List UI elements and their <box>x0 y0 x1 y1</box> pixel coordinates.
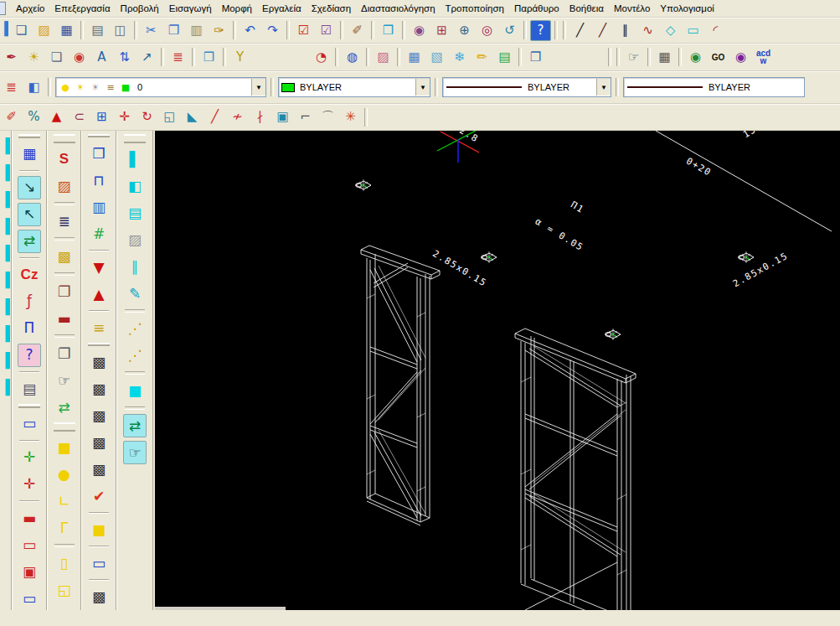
break-button[interactable]: ≁ <box>227 106 248 127</box>
triangle-up-button[interactable]: ▲ <box>87 282 111 306</box>
copy-pages-button[interactable]: ❐ <box>53 342 76 365</box>
menu-item-εργαλεία[interactable]: Εργαλεία <box>257 2 307 15</box>
mesh-fence-button[interactable]: ▦ <box>654 47 675 68</box>
mesh-box-edit-button[interactable]: ▩ <box>87 377 111 401</box>
tie-cross-dashed-button[interactable]: ✛ <box>18 473 41 496</box>
menu-item-παράθυρο[interactable]: Παράθυρο <box>509 2 564 15</box>
filter-button[interactable]: Y <box>229 47 250 68</box>
square-yellow-button[interactable]: ■ <box>87 518 111 541</box>
plate-l-shape-button[interactable]: ∟ <box>53 489 76 513</box>
paste-button[interactable]: ▥ <box>186 20 207 41</box>
layer-stack-button[interactable]: ≣ <box>167 47 188 68</box>
table-3d-button[interactable]: ⊓ <box>87 168 111 192</box>
toolbar-grab-handle[interactable] <box>124 134 146 143</box>
sphere-world-button[interactable]: ◍ <box>342 47 363 68</box>
draw-multiline-button[interactable]: ∥ <box>615 20 636 41</box>
rotate-button[interactable]: ↻ <box>137 106 157 127</box>
new-file-button[interactable]: ❏ <box>11 20 32 41</box>
clipped-icon-9-button[interactable]: ▐ <box>0 349 11 372</box>
node-frame-button[interactable]: # <box>87 222 111 246</box>
draw-xline-button[interactable]: ╱ <box>592 20 613 41</box>
zoom-realtime-button[interactable]: ◉ <box>409 20 430 41</box>
shelf-library-button[interactable]: ≣ <box>53 210 76 233</box>
layer-combobox[interactable]: ●☀☀≡■ 0 ▼ <box>55 77 266 97</box>
toolbar-grab-handle[interactable] <box>18 134 40 138</box>
plate-l-arc-button[interactable]: Γ <box>53 516 76 540</box>
print-button[interactable]: ▤ <box>87 20 108 41</box>
grid-numbers-button[interactable]: ▦ <box>18 142 41 166</box>
zoom-object-button[interactable]: ◎ <box>477 20 497 41</box>
format-painter-button[interactable]: ✑ <box>209 20 229 41</box>
cyan-hand-button[interactable]: ☞ <box>123 441 147 464</box>
hand-pointer-button[interactable]: ☞ <box>53 369 76 392</box>
lineweight-combobox[interactable]: BYLAYER <box>623 77 805 97</box>
text-style-button[interactable]: A <box>91 47 112 68</box>
box-checkmark-button[interactable]: ✔ <box>87 484 111 508</box>
lighting-settings-button[interactable]: ☀ <box>23 47 44 68</box>
menu-item-διαστασιολόγηση[interactable]: Διαστασιολόγηση <box>356 2 440 15</box>
color-dropdown-arrow[interactable]: ▼ <box>415 79 430 96</box>
beam-top-dash-button[interactable]: ▭ <box>18 587 41 610</box>
linetype-dropdown-arrow[interactable]: ▼ <box>596 79 611 96</box>
beam-dashed-button[interactable]: ▭ <box>18 533 41 556</box>
layer-on-bulb-button[interactable]: ● <box>59 80 72 95</box>
clipboard-paste-button[interactable]: ❐ <box>525 47 546 68</box>
beam-small-button[interactable]: ▭ <box>87 551 111 575</box>
help-button[interactable]: ? <box>530 20 551 41</box>
box-import-button[interactable]: ↘ <box>18 176 41 199</box>
clipped-icon-6-button[interactable]: ▐ <box>0 268 11 292</box>
beam-solid-button[interactable]: ▬ <box>18 506 41 530</box>
mesh-box-flag-button[interactable]: ▩ <box>87 431 111 454</box>
pi-frame-button[interactable]: Π <box>18 317 41 340</box>
menu-item-αρχείο[interactable]: Αρχείο <box>11 2 49 15</box>
mirror-button[interactable]: ▲ <box>46 106 67 127</box>
chamfer-button[interactable]: ⌐ <box>295 106 316 127</box>
plate-circle-button[interactable]: ● <box>53 463 76 486</box>
report-document-button[interactable]: ▤ <box>494 47 515 68</box>
draw-order-button[interactable]: ⇅ <box>114 47 135 68</box>
layer-dropdown-arrow[interactable]: ▼ <box>251 79 265 96</box>
polygon-nodes-button[interactable]: ◱ <box>53 578 76 602</box>
color-combobox[interactable]: BYLAYER ▼ <box>278 77 430 97</box>
clipped-icon-7-button[interactable]: ▐ <box>0 295 11 318</box>
mesh-box-refresh-button[interactable]: ▩ <box>87 458 111 481</box>
columns-pair-button[interactable]: ∥ <box>123 255 147 278</box>
s-document-button[interactable]: S <box>53 147 76 171</box>
machine-red-button[interactable]: ▬ <box>53 307 76 330</box>
copy-button[interactable]: ❐ <box>163 20 184 41</box>
fx-function-button[interactable]: ƒ <box>18 290 41 313</box>
zoom-model-window-button[interactable]: ◉ <box>730 47 751 68</box>
stretch-button[interactable]: ◣ <box>182 106 203 127</box>
cut-button[interactable]: ✂ <box>141 20 162 41</box>
layer-color-chip-button[interactable]: ■ <box>119 80 132 95</box>
draw-rectangle-button[interactable]: ▭ <box>683 20 703 41</box>
draw-polyline-button[interactable]: ∿ <box>637 20 658 41</box>
paper-stack-button[interactable]: ≡ <box>87 316 111 339</box>
toolbar-grab-handle[interactable] <box>54 422 75 432</box>
offset-button[interactable]: ⊂ <box>69 106 90 127</box>
triangle-down-button[interactable]: ▼ <box>87 256 111 279</box>
freeze-snowflake-button[interactable]: ❄ <box>449 47 470 68</box>
move-button[interactable]: ✛ <box>114 106 135 127</box>
menu-item-σχεδίαση[interactable]: Σχεδίαση <box>307 2 356 15</box>
mesh-box-new-button[interactable]: ▩ <box>87 350 111 374</box>
clipped-icon-3-button[interactable]: ▐ <box>0 188 11 211</box>
clipped-icon-5-button[interactable]: ▐ <box>0 241 11 265</box>
beam-center-dot-button[interactable]: ▣ <box>18 560 41 583</box>
zoom-previous-button[interactable]: ↺ <box>499 20 520 41</box>
clipped-icon-4-button[interactable]: ▐ <box>0 215 11 238</box>
wall-red-corner-button[interactable]: ◧ <box>123 174 147 198</box>
layer-previous-button[interactable]: ◧ <box>23 77 44 98</box>
beam-section-button[interactable]: ▭ <box>18 412 41 436</box>
layers-manager-button[interactable]: ≣ <box>1 77 22 98</box>
toolbar-grab-handle[interactable] <box>54 134 75 143</box>
properties-paint-button[interactable]: ✒ <box>1 47 22 68</box>
draw-polygon-button[interactable]: ◇ <box>660 20 681 41</box>
cz-command-button[interactable]: Cz <box>18 263 41 287</box>
menu-item-βοήθεια[interactable]: Βοήθεια <box>564 2 609 15</box>
print-preview-button[interactable]: ◫ <box>110 20 131 41</box>
wall-blue-line-button[interactable]: ▤ <box>123 201 147 225</box>
plate-square-button[interactable]: ■ <box>53 436 76 459</box>
draw-line-button[interactable]: ╱ <box>569 20 590 41</box>
fillet-button[interactable]: ⌒ <box>317 106 338 127</box>
